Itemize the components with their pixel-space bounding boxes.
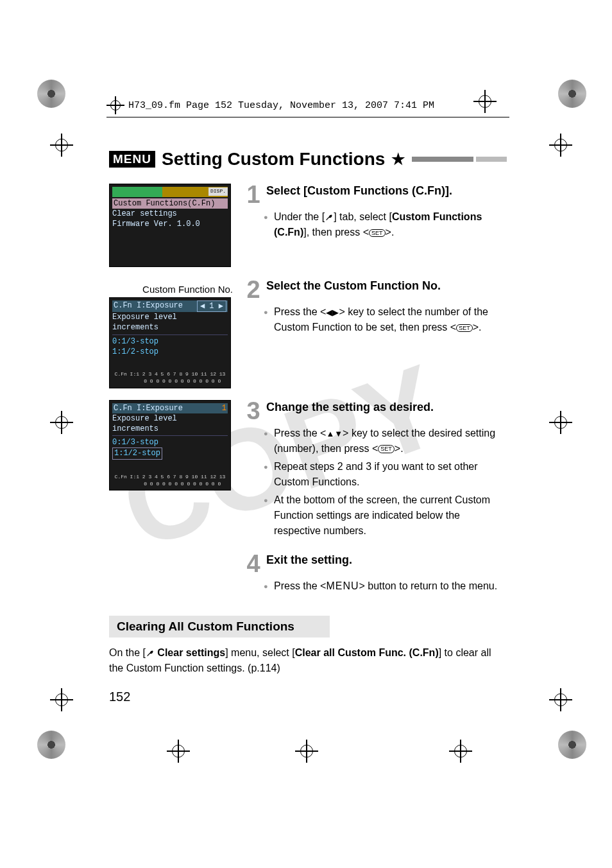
crop-mark [449,740,472,763]
menu-badge: MENU [109,151,155,168]
cfn-number: 1 [222,403,226,413]
crop-mark [167,740,190,763]
step-4: 4 Exit the setting. Press the <MENU> but… [109,553,507,596]
cfn-status-row: C.Fn I:1 2 3 4 5 6 7 8 9 10 11 12 13 0 0… [112,371,228,385]
lcd-menu-item: Firmware Ver. 1.0.0 [112,219,228,229]
print-reg-mark [558,731,586,759]
page-number: 152 [109,690,130,704]
set-icon: SET [456,324,473,333]
crop-mark [549,134,572,157]
lcd-subheader: Exposure level increments [112,413,228,434]
step-3: C.Fn I:Exposure 1 Exposure level increme… [109,400,507,541]
crop-header: H73_09.fm Page 152 Tuesday, November 13,… [106,96,509,117]
lcd-option: 0:1/3-stop [112,437,228,447]
lcd-screenshot-1: DISP. Custom Functions(C.Fn) Clear setti… [109,184,231,267]
set-icon: SET [369,229,386,238]
step-title: Select the Custom Function No. [266,279,441,293]
left-right-arrow-icon: ◀▶ [326,306,339,319]
heading-rule [412,157,507,162]
step-bullet: At the bottom of the screen, the current… [264,492,507,539]
step-title: Exit the setting. [266,553,352,568]
wrench-icon [146,649,155,658]
cfn-caption: Custom Function No. [109,284,233,295]
lcd-option-selected: 1:1/2-stop [112,447,162,459]
crop-header-text: H73_09.fm Page 152 Tuesday, November 13,… [128,100,434,111]
crop-mark [473,90,497,113]
step-number: 2 [244,279,262,300]
step-bullet: Press the <◀▶> key to select the number … [264,304,507,335]
crop-mark [549,411,572,434]
crop-mark [50,688,73,711]
cfn-number-indicator: ◀ 1 ▶ [197,300,226,312]
crop-mark [50,134,73,157]
lcd-header: C.Fn I:Exposure [114,300,183,312]
lcd-menu-item: Clear settings [112,209,228,219]
page-heading: MENU Setting Custom Functions ★ [109,149,507,169]
lcd-subheader: Exposure level increments [112,312,228,333]
lcd-menu-item: Custom Functions(C.Fn) [112,198,228,209]
up-down-arrow-icon: ▲▼ [326,428,343,440]
menu-text-icon: MENU [326,580,359,591]
section-body: On the [ Clear settings] menu, select [C… [109,645,507,676]
step-title: Select [Custom Functions (C.Fn)]. [266,184,452,198]
print-reg-mark [37,731,65,759]
set-icon: SET [378,445,395,453]
step-bullet: Repeat steps 2 and 3 if you want to set … [264,459,507,490]
print-reg-mark [37,80,65,108]
disp-label: DISP. [208,187,228,196]
step-title: Change the setting as desired. [266,400,434,415]
crop-mark [549,688,572,711]
crop-mark [295,740,318,763]
print-reg-mark [558,80,586,108]
step-number: 1 [244,184,262,205]
heading-text: Setting Custom Functions [162,149,385,169]
wrench-icon [325,213,334,222]
lcd-option: 1:1/2-stop [112,347,228,357]
step-number: 4 [244,553,262,575]
lcd-screenshot-2: C.Fn I:Exposure ◀ 1 ▶ Exposure level inc… [109,297,231,388]
lcd-option: 0:1/3-stop [112,336,228,347]
cfn-status-row: C.Fn I:1 2 3 4 5 6 7 8 9 10 11 12 13 0 0… [112,474,228,488]
step-bullet: Press the <MENU> button to return to the… [264,578,507,594]
step-bullet: Press the <▲▼> key to select the desired… [264,426,507,456]
step-1: DISP. Custom Functions(C.Fn) Clear setti… [109,184,507,267]
crop-mark-small [106,96,124,114]
step-2: Custom Function No. C.Fn I:Exposure ◀ 1 … [109,279,507,388]
star-icon: ★ [391,150,405,168]
section-heading: Clearing All Custom Functions [109,616,330,638]
step-bullet: Under the [] tab, select [Custom Functio… [264,209,507,240]
step-number: 3 [244,400,262,422]
lcd-screenshot-3: C.Fn I:Exposure 1 Exposure level increme… [109,400,231,491]
lcd-header: C.Fn I:Exposure [114,403,183,413]
crop-mark [50,411,73,434]
